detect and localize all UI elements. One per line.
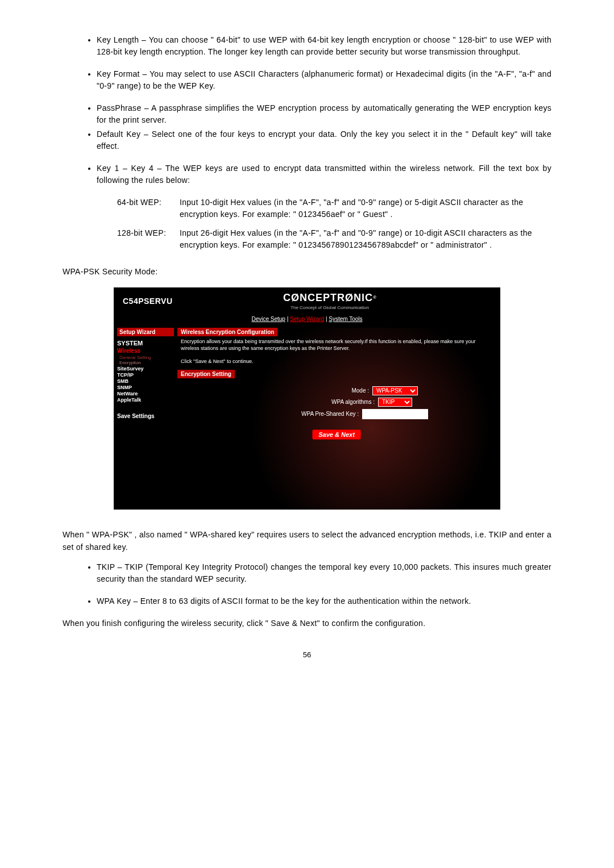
bottom-bullet-list: TKIP – TKIP (Temporal Key Integrity Prot… [63, 561, 551, 607]
wep128-text: Input 26-digit Hex values (in the "A-F",… [180, 227, 551, 251]
sidebar-appletalk[interactable]: AppleTalk [117, 397, 174, 403]
router-ui: C54PSERVU CØNCEPTRØNIC® The Concept of G… [114, 287, 500, 510]
sidebar-sitesurvey[interactable]: SiteSurvey [117, 366, 174, 372]
sidebar-wireless[interactable]: Wireless [117, 348, 174, 354]
desc-line1: Encryption allows your data being transm… [181, 339, 476, 351]
wep-examples: 64-bit WEP: Input 10-digit Hex values (i… [117, 197, 551, 251]
product-name: C54PSERVU [123, 297, 202, 306]
logo-reg-icon: ® [373, 295, 376, 300]
encryption-setting-title: Encryption Setting [177, 370, 235, 378]
mode-select[interactable]: WPA-PSK [372, 386, 418, 395]
wep64-label: 64-bit WEP: [117, 197, 180, 220]
sidebar-encryption[interactable]: Encryption [119, 360, 174, 365]
nav-system-tools[interactable]: System Tools [329, 316, 362, 322]
after-p1: When " WPA-PSK" , also named " WPA-share… [63, 529, 551, 553]
brand-logo: CØNCEPTRØNIC [283, 292, 373, 303]
wep64-text: Input 10-digit Hex values (in the "A-F",… [180, 197, 551, 220]
page-number: 56 [63, 650, 551, 659]
brand-tagline: The Concept of Global Communication [202, 305, 457, 310]
sidebar-netware[interactable]: NetWare [117, 391, 174, 397]
desc-line2: Click "Save & Next" to continue. [181, 358, 253, 364]
bullet-wpa-key: WPA Key – Enter 8 to 63 digits of ASCII … [97, 595, 551, 607]
algo-select[interactable]: TKIP [378, 398, 412, 407]
bullet-tkip: TKIP – TKIP (Temporal Key Integrity Prot… [97, 561, 551, 585]
wpa-psk-heading: WPA-PSK Security Mode: [63, 267, 551, 276]
algo-label: WPA algorithms : [261, 399, 375, 405]
sidebar: Setup Wizard SYSTEM Wireless General Set… [114, 328, 177, 510]
psk-label: WPA Pre-Shared Key : [245, 411, 359, 417]
bullet-passphrase: PassPhrase – A passphrase simplifies the… [97, 102, 551, 126]
after-p2: When you finish configuring the wireless… [63, 617, 551, 630]
sidebar-general-setting[interactable]: General Setting [119, 355, 174, 360]
wep128-label: 128-bit WEP: [117, 227, 180, 251]
mode-label: Mode : [255, 387, 369, 394]
bullet-key1-4: Key 1 – Key 4 – The WEP keys are used to… [97, 162, 551, 186]
ui-header: C54PSERVU CØNCEPTRØNIC® The Concept of G… [114, 287, 500, 310]
sidebar-setup-wizard[interactable]: Setup Wizard [117, 328, 174, 336]
encryption-form: Mode : WPA-PSK WPA algorithms : TKIP WPA… [177, 378, 496, 440]
sidebar-system[interactable]: SYSTEM [117, 340, 174, 347]
sidebar-tcpip[interactable]: TCP/IP [117, 372, 174, 378]
top-bullet-list: Key Length – You can choose " 64-bit" to… [63, 34, 551, 186]
sidebar-snmp[interactable]: SNMP [117, 385, 174, 390]
main-panel: Wireless Encryption Configuration Encryp… [177, 328, 500, 510]
sidebar-save-settings[interactable]: Save Settings [117, 413, 174, 419]
psk-input[interactable] [362, 409, 428, 419]
nav-device-setup[interactable]: Device Setup [251, 316, 285, 322]
save-next-button[interactable]: Save & Next [312, 429, 361, 440]
panel-title: Wireless Encryption Configuration [177, 328, 277, 336]
panel-description: Encryption allows your data being transm… [177, 336, 496, 369]
bullet-key-length: Key Length – You can choose " 64-bit" to… [97, 34, 551, 58]
bullet-key-format: Key Format – You may select to use ASCII… [97, 68, 551, 92]
nav-sep: | [285, 316, 290, 322]
nav-setup-wizard[interactable]: Setup Wizard [290, 316, 324, 322]
top-nav: Device Setup | Setup Wizard | System Too… [114, 310, 500, 328]
sidebar-smb[interactable]: SMB [117, 378, 174, 384]
bullet-default-key: Default Key – Select one of the four key… [97, 128, 551, 152]
